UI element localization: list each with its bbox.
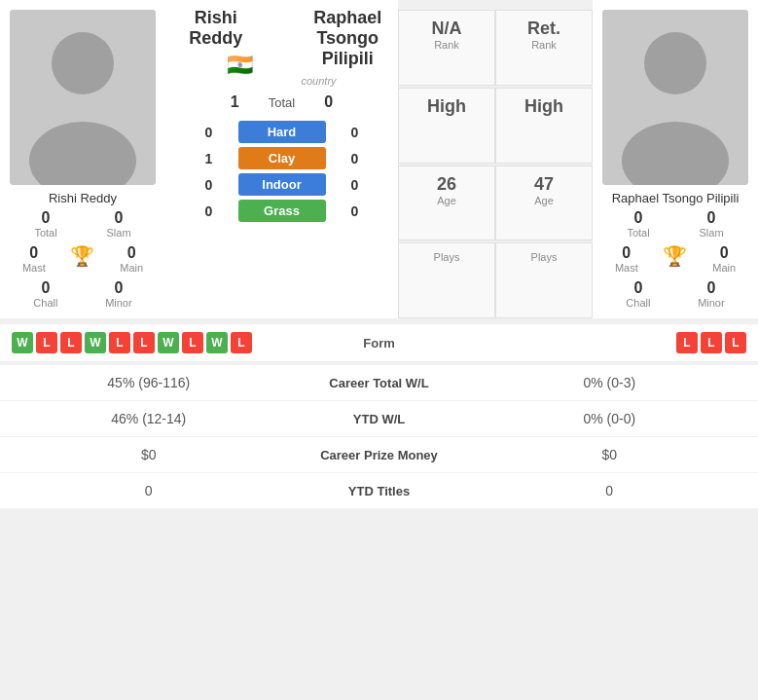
right-minor-stat: 0 Minor xyxy=(698,279,725,309)
stats-row-label: Career Total W/L xyxy=(282,376,477,390)
left-age-box: 26 Age xyxy=(398,166,495,241)
right-flag-placeholder: country xyxy=(302,75,337,87)
grass-left-count: 0 xyxy=(199,203,219,219)
right-trophy-icon: 🏆 xyxy=(663,244,687,274)
right-player-name: Raphael Tsongo Pilipili xyxy=(612,191,740,205)
stats-row-left-val: 45% (96-116) xyxy=(16,375,282,390)
left-form-badges: WLLWLLWLWL xyxy=(12,332,321,353)
right-player-title: Raphael Tsongo Pilipili xyxy=(302,8,395,69)
left-plays-box: Plays xyxy=(398,242,495,318)
players-area: Rishi Reddy 0 Total 0 Slam 0 Mast 🏆 xyxy=(0,0,758,318)
right-age-box: 47 Age xyxy=(495,166,593,241)
svg-point-1 xyxy=(52,32,114,94)
left-player-name: Rishi Reddy xyxy=(49,191,117,205)
left-mast-stat: 0 Mast xyxy=(22,244,46,274)
stats-row-right-val: 0 xyxy=(477,483,743,498)
left-stats-row1: 0 Total 0 Slam xyxy=(10,209,156,239)
right-stats-row1: 0 Total 0 Slam xyxy=(602,209,748,239)
form-badge-left: L xyxy=(109,332,130,353)
grass-right-count: 0 xyxy=(345,203,365,219)
right-rank-label: Rank xyxy=(500,39,588,51)
left-chall-stat: 0 Chall xyxy=(33,279,57,309)
right-main-stat: 0 Main xyxy=(712,244,736,274)
vs-total-area: 1 Total 0 xyxy=(169,88,394,117)
left-age-label: Age xyxy=(403,195,490,206)
right-age-label: Age xyxy=(500,195,588,206)
stats-row-right-val: 0% (0-3) xyxy=(477,375,743,390)
form-badge-left: L xyxy=(133,332,155,353)
right-form-badges: LLL xyxy=(438,332,747,353)
stats-row-right-val: 0% (0-0) xyxy=(477,411,743,426)
stats-row: $0Career Prize Money$0 xyxy=(0,437,758,473)
right-stats-row2: 0 Mast 🏆 0 Main xyxy=(602,244,748,274)
right-age-val: 47 xyxy=(500,174,588,195)
indoor-badge: Indoor xyxy=(238,173,326,196)
left-player-section: Rishi Reddy 0 Total 0 Slam 0 Mast 🏆 xyxy=(0,0,165,318)
right-slam-stat: 0 Slam xyxy=(700,209,724,239)
left-plays-label: Plays xyxy=(403,251,490,263)
form-badge-left: L xyxy=(231,332,252,353)
right-h2h-count: 0 xyxy=(324,93,333,111)
form-section: WLLWLLWLWL Form LLL xyxy=(0,324,758,361)
career-stats-section: 45% (96-116)Career Total W/L0% (0-3)46% … xyxy=(0,365,758,509)
main-container: Rishi Reddy 0 Total 0 Slam 0 Mast 🏆 xyxy=(0,0,758,509)
clay-right-count: 0 xyxy=(345,151,365,166)
surface-rows: 0 Hard 0 1 Clay 0 0 Indoor 0 0 Grass xyxy=(169,117,394,226)
right-rank-val: Ret. xyxy=(500,18,588,39)
right-chall-stat: 0 Chall xyxy=(626,279,650,309)
form-badge-right: L xyxy=(725,332,746,353)
total-label: Total xyxy=(269,95,295,110)
right-plays-box: Plays xyxy=(495,242,593,318)
indoor-left-count: 0 xyxy=(199,177,219,193)
stats-row-label: YTD Titles xyxy=(282,484,477,498)
stats-row: 0YTD Titles0 xyxy=(0,473,758,509)
right-stats-row3: 0 Chall 0 Minor xyxy=(602,279,748,309)
left-rank-label: Rank xyxy=(403,39,490,51)
surface-row-grass: 0 Grass 0 xyxy=(179,200,384,222)
form-label: Form xyxy=(321,336,438,350)
form-badge-left: W xyxy=(12,332,33,353)
left-total-stat: 0 Total xyxy=(34,209,56,239)
left-high-box: High xyxy=(398,88,495,164)
grass-badge: Grass xyxy=(238,200,326,222)
left-age-val: 26 xyxy=(403,174,490,195)
form-badge-left: L xyxy=(182,332,203,353)
right-player-section: Raphael Tsongo Pilipili 0 Total 0 Slam 0… xyxy=(593,0,758,318)
stats-row-left-val: 0 xyxy=(16,483,282,498)
left-stats-row3: 0 Chall 0 Minor xyxy=(10,279,156,309)
surface-row-hard: 0 Hard 0 xyxy=(179,121,384,143)
left-rank-val: N/A xyxy=(403,18,490,39)
right-high-val: High xyxy=(500,96,588,117)
right-rank-box: Ret. Rank xyxy=(495,10,593,86)
hard-right-count: 0 xyxy=(345,125,365,140)
form-badge-left: W xyxy=(85,332,106,353)
right-side-info: Ret. Rank High 47 Age Plays xyxy=(495,10,593,318)
left-side-info: N/A Rank High 26 Age Plays xyxy=(398,10,495,318)
form-badge-left: L xyxy=(60,332,82,353)
clay-left-count: 1 xyxy=(199,151,219,166)
right-mast-stat: 0 Mast xyxy=(615,244,638,274)
hard-left-count: 0 xyxy=(199,125,219,140)
stats-row: 45% (96-116)Career Total W/L0% (0-3) xyxy=(0,365,758,401)
left-flag-icon: 🇮🇳 xyxy=(227,53,253,77)
left-trophy-icon: 🏆 xyxy=(70,244,94,274)
svg-point-4 xyxy=(644,32,706,94)
form-badge-left: W xyxy=(206,332,228,353)
form-badge-right: L xyxy=(701,332,722,353)
right-plays-label: Plays xyxy=(500,251,588,263)
left-player-title: Rishi Reddy xyxy=(169,8,263,49)
left-stats-row2: 0 Mast 🏆 0 Main xyxy=(10,244,156,274)
surface-row-indoor: 0 Indoor 0 xyxy=(179,173,384,196)
stats-row-left-val: 46% (12-14) xyxy=(16,411,282,426)
left-h2h-count: 1 xyxy=(231,93,239,111)
left-high-val: High xyxy=(403,96,490,117)
right-high-box: High xyxy=(495,88,593,164)
left-slam-stat: 0 Slam xyxy=(107,209,131,239)
right-total-stat: 0 Total xyxy=(627,209,649,239)
hard-badge: Hard xyxy=(238,121,326,143)
left-player-photo xyxy=(10,10,156,185)
stats-row-label: Career Prize Money xyxy=(282,448,477,462)
form-badge-left: W xyxy=(158,332,179,353)
left-main-stat: 0 Main xyxy=(120,244,143,274)
stats-row: 46% (12-14)YTD W/L0% (0-0) xyxy=(0,401,758,437)
